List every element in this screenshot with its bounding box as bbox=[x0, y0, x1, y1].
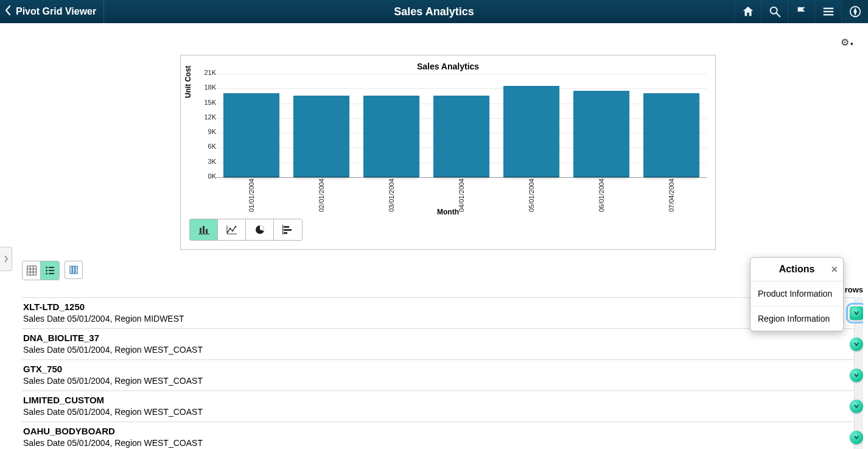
list-item-subtitle: Sales Date 05/01/2004, Region MIDWEST bbox=[23, 314, 846, 323]
list-item[interactable]: GTX_750Sales Date 05/01/2004, Region WES… bbox=[22, 359, 863, 391]
header-divider bbox=[103, 0, 104, 23]
svg-rect-27 bbox=[49, 270, 54, 271]
list-item-title: LIMITED_CUSTOM bbox=[23, 395, 846, 405]
svg-point-10 bbox=[226, 232, 228, 233]
grid-view-button[interactable] bbox=[23, 261, 41, 280]
svg-rect-25 bbox=[49, 267, 54, 268]
svg-rect-9 bbox=[206, 229, 208, 233]
chart-bar[interactable] bbox=[573, 91, 629, 177]
y-axis-label: Unit Cost bbox=[184, 66, 192, 98]
header-icon-group bbox=[734, 0, 868, 23]
svg-rect-31 bbox=[73, 266, 75, 274]
menu-icon[interactable] bbox=[814, 0, 841, 23]
chart-type-toolbar bbox=[189, 219, 303, 241]
actions-popup: Actions ✕ Product Information Region Inf… bbox=[750, 257, 844, 331]
chart-bar[interactable] bbox=[223, 93, 279, 177]
action-region-information[interactable]: Region Information bbox=[751, 306, 843, 331]
action-product-information[interactable]: Product Information bbox=[751, 281, 843, 306]
gear-icon: ⚙ bbox=[841, 37, 849, 48]
y-tick-label: 15K bbox=[204, 99, 216, 106]
svg-rect-15 bbox=[282, 225, 283, 235]
row-actions-button[interactable] bbox=[850, 400, 863, 413]
svg-rect-30 bbox=[70, 266, 72, 274]
chart-plot-area bbox=[216, 74, 707, 177]
svg-point-11 bbox=[229, 228, 231, 230]
view-toolbar bbox=[22, 261, 83, 280]
row-actions-button[interactable] bbox=[850, 338, 863, 351]
svg-rect-18 bbox=[284, 232, 287, 234]
svg-rect-16 bbox=[284, 226, 289, 228]
svg-rect-17 bbox=[284, 229, 292, 231]
y-tick-label: 12K bbox=[204, 113, 216, 121]
line-chart-button[interactable] bbox=[218, 219, 246, 240]
x-axis-label: Month bbox=[181, 208, 715, 216]
close-icon[interactable]: ✕ bbox=[831, 264, 838, 274]
svg-rect-4 bbox=[823, 14, 833, 15]
svg-point-26 bbox=[46, 270, 47, 272]
chart-bar[interactable] bbox=[433, 96, 489, 177]
svg-rect-2 bbox=[823, 8, 833, 9]
app-header: Pivot Grid Viewer Sales Analytics bbox=[0, 0, 868, 23]
y-tick-label: 21K bbox=[204, 69, 216, 76]
home-icon[interactable] bbox=[734, 0, 761, 23]
chart-bar[interactable] bbox=[643, 93, 699, 177]
svg-rect-32 bbox=[75, 266, 77, 274]
svg-rect-8 bbox=[203, 226, 205, 233]
actions-popup-title: Actions bbox=[779, 264, 815, 275]
list-item-subtitle: Sales Date 05/01/2004, Region WEST_COAST bbox=[23, 345, 846, 355]
svg-point-13 bbox=[234, 226, 236, 228]
pie-chart-button[interactable] bbox=[246, 219, 274, 240]
chart-panel: Sales Analytics Unit Cost 0K3K6K9K12K15K… bbox=[180, 55, 716, 250]
results-list: XLT-LTD_1250Sales Date 05/01/2004, Regio… bbox=[22, 297, 863, 449]
svg-line-1 bbox=[776, 13, 780, 17]
chart-bar[interactable] bbox=[363, 96, 419, 177]
chart-title: Sales Analytics bbox=[181, 55, 715, 71]
caret-down-icon: ▾ bbox=[850, 41, 853, 47]
row-actions-button[interactable] bbox=[850, 306, 863, 320]
search-icon[interactable] bbox=[761, 0, 788, 23]
row-actions-button[interactable] bbox=[850, 431, 863, 444]
chart-bar[interactable] bbox=[293, 96, 349, 177]
x-tick-label: 07/04/2004 bbox=[668, 179, 675, 212]
expand-handle[interactable] bbox=[0, 247, 12, 271]
list-item[interactable]: LIMITED_CUSTOMSales Date 05/01/2004, Reg… bbox=[22, 391, 863, 422]
svg-point-28 bbox=[46, 273, 47, 275]
list-item[interactable]: OAHU_BODYBOARDSales Date 05/01/2004, Reg… bbox=[22, 422, 863, 449]
back-label[interactable]: Pivot Grid Viewer bbox=[16, 6, 103, 17]
y-tick-label: 3K bbox=[208, 158, 216, 165]
y-axis-ticks: 0K3K6K9K12K15K18K21K bbox=[198, 72, 216, 176]
compass-icon[interactable] bbox=[841, 0, 868, 23]
list-view-button[interactable] bbox=[41, 261, 59, 280]
chart-gridline bbox=[216, 177, 707, 178]
x-tick-label: 04/01/2004 bbox=[458, 179, 465, 212]
column-config-button[interactable] bbox=[65, 261, 83, 279]
svg-rect-7 bbox=[200, 228, 201, 233]
y-tick-label: 0K bbox=[208, 172, 216, 180]
back-button[interactable] bbox=[0, 5, 16, 18]
x-tick-label: 06/01/2004 bbox=[598, 179, 605, 212]
bar-chart-button[interactable] bbox=[190, 219, 218, 240]
svg-rect-19 bbox=[27, 266, 36, 275]
svg-rect-3 bbox=[823, 11, 833, 12]
chart-bar[interactable] bbox=[503, 86, 559, 177]
flag-icon[interactable] bbox=[788, 0, 814, 23]
list-item[interactable]: DNA_BIOLITE_37Sales Date 05/01/2004, Reg… bbox=[22, 328, 863, 359]
list-item-title: XLT-LTD_1250 bbox=[23, 302, 846, 312]
x-tick-label: 05/01/2004 bbox=[528, 179, 535, 212]
options-menu[interactable]: ⚙▾ bbox=[841, 37, 853, 48]
list-item-title: GTX_750 bbox=[23, 364, 846, 374]
list-item[interactable]: XLT-LTD_1250Sales Date 05/01/2004, Regio… bbox=[22, 297, 863, 328]
svg-point-24 bbox=[46, 267, 47, 269]
list-item-subtitle: Sales Date 05/01/2004, Region WEST_COAST bbox=[23, 407, 846, 417]
list-item-title: DNA_BIOLITE_37 bbox=[23, 333, 846, 343]
x-tick-label: 02/01/2004 bbox=[318, 179, 325, 212]
svg-rect-29 bbox=[49, 273, 54, 274]
content-area: ⚙▾ Sales Analytics Unit Cost 0K3K6K9K12K… bbox=[17, 23, 868, 449]
hbar-chart-button[interactable] bbox=[274, 219, 302, 240]
row-actions-button[interactable] bbox=[850, 369, 863, 382]
list-item-title: OAHU_BODYBOARD bbox=[23, 426, 846, 436]
y-tick-label: 9K bbox=[208, 128, 216, 135]
list-item-subtitle: Sales Date 05/01/2004, Region WEST_COAST bbox=[23, 376, 846, 386]
svg-point-12 bbox=[231, 230, 233, 232]
x-tick-label: 03/01/2004 bbox=[388, 179, 395, 212]
